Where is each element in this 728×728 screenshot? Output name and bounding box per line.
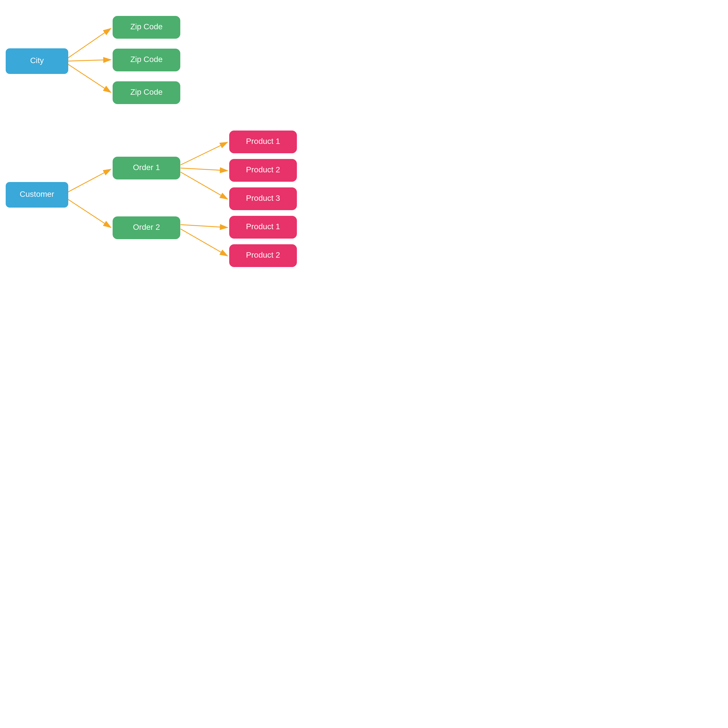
product1-order2-label: Product 1 bbox=[246, 222, 280, 231]
zipcode3-label: Zip Code bbox=[130, 87, 163, 96]
product2-order2-label: Product 2 bbox=[246, 251, 280, 259]
customer-label: Customer bbox=[20, 190, 54, 199]
svg-line-10 bbox=[180, 229, 228, 256]
svg-line-2 bbox=[66, 60, 111, 61]
svg-line-9 bbox=[180, 225, 228, 228]
svg-line-7 bbox=[180, 168, 228, 171]
product2-order1-label: Product 2 bbox=[246, 165, 280, 174]
city-label: City bbox=[30, 56, 44, 65]
order1-label: Order 1 bbox=[133, 163, 160, 172]
svg-line-8 bbox=[180, 172, 228, 199]
order2-label: Order 2 bbox=[133, 223, 160, 231]
product1-order1-label: Product 1 bbox=[246, 137, 280, 145]
product3-order1-label: Product 3 bbox=[246, 194, 280, 202]
zipcode1-label: Zip Code bbox=[130, 22, 163, 31]
svg-line-5 bbox=[66, 198, 111, 228]
svg-line-1 bbox=[66, 28, 111, 60]
svg-line-6 bbox=[180, 142, 228, 165]
svg-line-3 bbox=[66, 63, 111, 92]
zipcode2-label: Zip Code bbox=[130, 55, 163, 64]
svg-line-4 bbox=[66, 169, 111, 193]
